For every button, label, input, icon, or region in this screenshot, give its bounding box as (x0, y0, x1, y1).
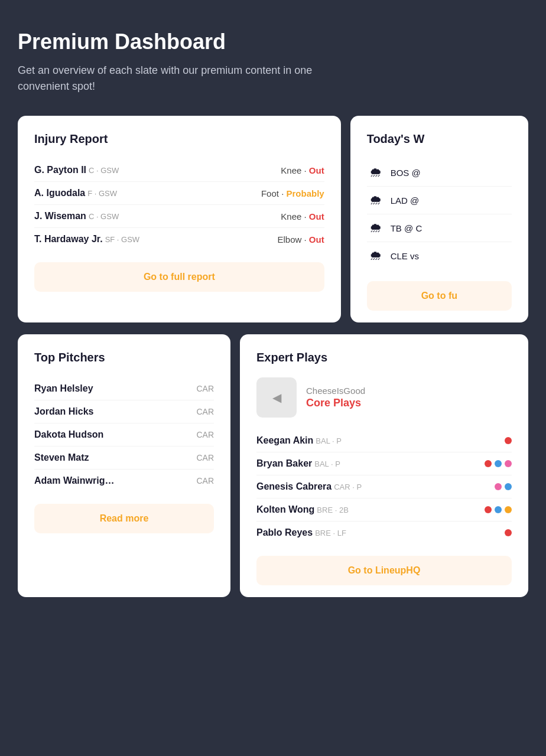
injury-player-row: J. WisemanC · GSW Knee · Out (34, 205, 324, 228)
dot-pink (505, 460, 512, 467)
injury-status: Knee · Out (281, 165, 324, 175)
weather-icon: 🌧 (367, 165, 385, 180)
dot-blue (505, 483, 512, 490)
weather-icon: 🌧 (367, 193, 385, 208)
dot-red (505, 529, 512, 536)
dot-red (485, 506, 492, 513)
expert-play-row: Bryan BakerBAL · P (256, 452, 512, 475)
expert-play-row: Keegan AkinBAL · P (256, 429, 512, 452)
pitchers-title: Top Pitchers (34, 351, 214, 364)
dot-red (485, 460, 492, 467)
injury-player-row: A. IguodalaF · GSW Foot · Probably (34, 182, 324, 205)
pitcher-row: Ryan Helsley CAR (34, 377, 214, 400)
expert-avatar: ◀ (256, 377, 297, 418)
page-subtitle: Get an overview of each slate with our p… (18, 63, 349, 94)
expert-player-name: Keegan AkinBAL · P (256, 435, 342, 446)
play-dots (485, 506, 512, 513)
expert-header: ◀ CheeseIsGood Core Plays (256, 377, 512, 418)
expert-player-name: Kolten WongBRE · 2B (256, 504, 349, 515)
injury-report-title: Injury Report (34, 132, 324, 146)
injury-player-row: T. Hardaway Jr.SF · GSW Elbow · Out (34, 228, 324, 250)
pitcher-row: Jordan Hicks CAR (34, 400, 214, 423)
play-dots (495, 483, 512, 490)
top-pitchers-card: Top Pitchers Ryan Helsley CAR Jordan Hic… (18, 334, 230, 597)
pitcher-team: CAR (196, 453, 214, 462)
expert-type: Core Plays (306, 397, 365, 409)
weather-title: Today's W (367, 132, 512, 146)
play-dots (505, 437, 512, 444)
pitcher-name: Ryan Helsley (34, 383, 93, 394)
weather-report-button[interactable]: Go to fu (367, 281, 512, 311)
injury-status: Foot · Probably (261, 188, 324, 198)
weather-game: LAD @ (391, 195, 420, 206)
pitcher-row: Steven Matz CAR (34, 447, 214, 470)
weather-game: TB @ C (391, 223, 422, 233)
expert-plays-card: Expert Plays ◀ CheeseIsGood Core Plays K… (240, 334, 528, 597)
pitcher-row: Dakota Hudson CAR (34, 423, 214, 447)
weather-game-row: 🌧 LAD @ (367, 187, 512, 214)
weather-game-row: 🌧 CLE vs (367, 242, 512, 269)
weather-game: BOS @ (391, 168, 421, 178)
weather-card: Today's W 🌧 BOS @ 🌧 LAD @ 🌧 TB @ C 🌧 CLE… (350, 116, 528, 322)
weather-game: CLE vs (391, 251, 419, 261)
injury-player-name: J. WisemanC · GSW (34, 211, 119, 221)
pitcher-name: Adam Wainwrig… (34, 475, 114, 486)
injury-report-card: Injury Report G. Payton IIC · GSW Knee ·… (18, 116, 341, 322)
dot-pink (495, 483, 502, 490)
injury-status: Knee · Out (281, 211, 324, 221)
play-dots (505, 529, 512, 536)
pitchers-read-more-button[interactable]: Read more (34, 504, 214, 533)
weather-game-row: 🌧 BOS @ (367, 159, 512, 187)
pitcher-team: CAR (196, 430, 214, 439)
expert-player-name: Genesis CabreraCAR · P (256, 481, 362, 492)
weather-icon: 🌧 (367, 248, 385, 263)
injury-report-button[interactable]: Go to full report (34, 262, 324, 292)
injury-player-name: T. Hardaway Jr.SF · GSW (34, 234, 139, 245)
expert-plays-button[interactable]: Go to LineupHQ (256, 556, 512, 585)
pitcher-name: Steven Matz (34, 452, 89, 463)
pitcher-row: Adam Wainwrig… CAR (34, 470, 214, 492)
page-title: Premium Dashboard (18, 30, 528, 54)
dot-blue (495, 506, 502, 513)
play-dots (485, 460, 512, 467)
expert-player-name: Pablo ReyesBRE · LF (256, 527, 346, 538)
pitcher-team: CAR (196, 384, 214, 393)
injury-player-name: G. Payton IIC · GSW (34, 165, 119, 175)
bottom-cards-row: Top Pitchers Ryan Helsley CAR Jordan Hic… (18, 334, 528, 597)
pitcher-team: CAR (196, 476, 214, 485)
dot-blue (495, 460, 502, 467)
injury-player-row: G. Payton IIC · GSW Knee · Out (34, 159, 324, 182)
expert-play-row: Kolten WongBRE · 2B (256, 498, 512, 522)
injury-player-name: A. IguodalaF · GSW (34, 188, 117, 198)
expert-play-row: Pablo ReyesBRE · LF (256, 522, 512, 544)
expert-play-row: Genesis CabreraCAR · P (256, 475, 512, 498)
pitcher-name: Jordan Hicks (34, 406, 93, 417)
expert-player-name: Bryan BakerBAL · P (256, 458, 340, 469)
dot-red (505, 437, 512, 444)
pitcher-name: Dakota Hudson (34, 429, 103, 440)
expert-info: CheeseIsGood Core Plays (306, 386, 365, 409)
top-cards-row: Injury Report G. Payton IIC · GSW Knee ·… (18, 116, 528, 322)
dot-orange (505, 506, 512, 513)
expert-username: CheeseIsGood (306, 386, 365, 396)
pitcher-team: CAR (196, 407, 214, 416)
weather-icon: 🌧 (367, 220, 385, 236)
expert-plays-title: Expert Plays (256, 351, 512, 364)
injury-status: Elbow · Out (277, 234, 324, 245)
weather-game-row: 🌧 TB @ C (367, 214, 512, 242)
